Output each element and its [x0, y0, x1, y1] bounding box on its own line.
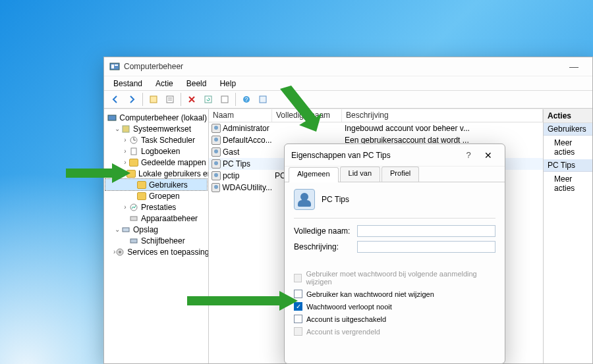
window-title: Computerbeheer: [124, 62, 561, 71]
dialog-titlebar[interactable]: Eigenschappen van PC Tips ? ✕: [285, 144, 505, 167]
menu-help[interactable]: Help: [214, 78, 241, 90]
user-large-icon: [294, 189, 315, 210]
user-icon: [212, 124, 221, 133]
col-fullname[interactable]: Volledige naam: [272, 109, 342, 122]
tab-profile[interactable]: Profiel: [381, 167, 419, 182]
user-icon: [212, 183, 220, 192]
tree-sharedfolders[interactable]: ›Gedeelde mappen: [105, 157, 207, 168]
description-input[interactable]: [357, 241, 495, 253]
svg-point-21: [119, 251, 121, 253]
actions-pane: Acties Gebruikers Meer acties PC Tips Me…: [543, 109, 592, 363]
export-button[interactable]: [217, 92, 232, 107]
tree-users[interactable]: Gebruikers: [105, 179, 207, 190]
col-desc[interactable]: Beschrijving: [342, 109, 543, 122]
tree-eventlogs[interactable]: ›Logboeken: [105, 145, 207, 157]
tree-groups[interactable]: Groepen: [105, 190, 207, 201]
tree-devicemanager[interactable]: Apparaatbeheer: [105, 213, 207, 224]
svg-rect-2: [115, 65, 118, 66]
actions-group-users: Gebruikers: [544, 123, 592, 136]
list-row[interactable]: AdministratorIngebouwd account voor behe…: [209, 122, 543, 134]
help-button[interactable]: ?: [239, 92, 254, 107]
nav-tree: Computerbeheer (lokaal) ⌄Systeemwerkset …: [104, 109, 209, 363]
svg-rect-4: [167, 96, 173, 103]
properties-button[interactable]: [163, 92, 177, 107]
delete-button[interactable]: [184, 92, 199, 107]
help-button[interactable]: ?: [459, 150, 478, 160]
close-button[interactable]: ✕: [478, 150, 498, 161]
svg-text:?: ?: [244, 96, 248, 103]
tree-performance[interactable]: ›Prestaties: [105, 201, 207, 213]
fullname-input[interactable]: [357, 225, 495, 237]
svg-rect-3: [150, 96, 157, 103]
tree-storage[interactable]: ⌄Opslag: [105, 224, 207, 235]
titlebar[interactable]: Computerbeheer —: [104, 57, 592, 76]
minimize-button[interactable]: —: [561, 61, 587, 72]
checkbox-accountlocked: Account is vergrendeld: [294, 327, 495, 336]
user-icon: [212, 136, 221, 145]
svg-rect-13: [123, 126, 129, 132]
tree-systools[interactable]: ⌄Systeemwerkset: [105, 123, 207, 134]
tab-memberof[interactable]: Lid van: [340, 167, 380, 182]
tree-services[interactable]: ›Services en toepassingen: [105, 246, 207, 257]
user-properties-dialog: Eigenschappen van PC Tips ? ✕ Algemeen L…: [284, 143, 505, 364]
svg-rect-11: [260, 96, 266, 103]
svg-rect-8: [221, 96, 228, 103]
svg-rect-15: [131, 148, 136, 155]
actions-moreactions-1[interactable]: Meer acties: [544, 136, 592, 159]
user-icon: [212, 171, 221, 180]
tree-diskmgmt[interactable]: Schijfbeheer: [105, 235, 207, 246]
up-button[interactable]: [146, 92, 161, 107]
list-header: Naam Volledige naam Beschrijving: [209, 109, 543, 122]
svg-rect-1: [111, 65, 114, 68]
checkbox-mustchangepw: Gebruiker moet wachtwoord bij volgende a…: [294, 270, 495, 286]
menubar: Bestand Actie Beeld Help: [104, 76, 592, 90]
dialog-title: Eigenschappen van PC Tips: [291, 151, 459, 160]
svg-rect-17: [130, 217, 137, 221]
actions-header: Acties: [544, 109, 592, 123]
tree-taskscheduler[interactable]: ›Task Scheduler: [105, 134, 207, 145]
dialog-tabs: Algemeen Lid van Profiel: [285, 167, 505, 182]
actions-group-pctips: PC Tips: [544, 159, 592, 172]
svg-rect-7: [205, 96, 212, 103]
svg-rect-12: [108, 115, 116, 120]
tree-localusersgroups[interactable]: ⌄Lokale gebruikers en gro: [105, 168, 207, 179]
menu-action[interactable]: Actie: [150, 78, 179, 90]
col-name[interactable]: Naam: [209, 109, 272, 122]
checkbox-cannotchangepw[interactable]: Gebruiker kan wachtwoord niet wijzigen: [294, 290, 495, 298]
user-icon: [212, 159, 221, 169]
refresh-button[interactable]: [201, 92, 215, 107]
menu-view[interactable]: Beeld: [181, 78, 212, 90]
svg-rect-18: [123, 228, 129, 232]
dialog-username: PC Tips: [322, 195, 349, 204]
checkbox-accountdisabled[interactable]: Account is uitgeschakeld: [294, 315, 495, 323]
menu-file[interactable]: Bestand: [108, 78, 148, 90]
tab-general[interactable]: Algemeen: [289, 167, 339, 182]
checkbox-pwneverexpires[interactable]: ✓Wachtwoord verloopt nooit: [294, 302, 495, 311]
view-button[interactable]: [256, 92, 270, 107]
app-icon: [109, 61, 120, 72]
tree-root[interactable]: Computerbeheer (lokaal): [105, 112, 207, 123]
user-icon: [212, 147, 221, 157]
description-label: Beschrijving:: [294, 242, 357, 251]
toolbar: ?: [104, 90, 592, 109]
forward-button[interactable]: [125, 92, 139, 107]
actions-moreactions-2[interactable]: Meer acties: [544, 172, 592, 195]
svg-rect-19: [130, 239, 137, 243]
back-button[interactable]: [108, 92, 123, 107]
fullname-label: Volledige naam:: [294, 226, 357, 236]
